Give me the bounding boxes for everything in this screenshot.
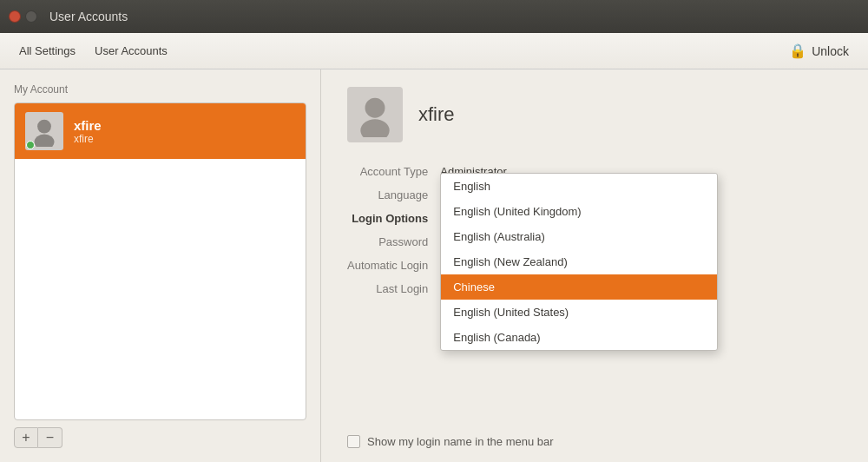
user-accounts-button[interactable]: User Accounts [86, 41, 176, 61]
login-options-label: Login Options [347, 207, 440, 230]
account-type-label: Account Type [347, 160, 440, 183]
close-button[interactable] [9, 10, 21, 23]
dropdown-item-english-au[interactable]: English (Australia) [441, 224, 717, 249]
all-settings-button[interactable]: All Settings [10, 41, 84, 61]
svg-point-0 [37, 120, 51, 134]
language-label: Language [347, 183, 440, 207]
dropdown-item-english-ca[interactable]: English (Canada) [441, 325, 717, 350]
main-content: My Account xfire xfire [0, 69, 868, 462]
add-account-button[interactable]: + [14, 427, 38, 448]
user-header: xfire [347, 87, 842, 142]
svg-point-1 [34, 135, 54, 147]
account-name: xfire [74, 118, 102, 133]
right-panel: xfire Account Type Administrator Languag… [321, 69, 868, 462]
unlock-button[interactable]: 🔒 Unlock [780, 39, 858, 63]
svg-point-3 [360, 119, 389, 137]
panel-actions: + − [14, 427, 306, 448]
user-large-avatar-icon [352, 92, 398, 137]
dropdown-item-english-nz[interactable]: English (New Zealand) [441, 249, 717, 274]
lock-icon: 🔒 [789, 43, 806, 59]
account-info: xfire xfire [74, 118, 102, 145]
language-dropdown-menu[interactable]: English English (United Kingdom) English… [440, 173, 718, 351]
titlebar-title: User Accounts [49, 10, 128, 23]
show-login-name-checkbox[interactable] [347, 435, 360, 448]
toolbar-left: All Settings User Accounts [10, 41, 176, 61]
fields-grid: Account Type Administrator Language Engl… [347, 160, 842, 300]
dropdown-item-chinese[interactable]: Chinese [441, 274, 717, 300]
toolbar: All Settings User Accounts 🔒 Unlock [0, 33, 868, 69]
unlock-label: Unlock [812, 44, 849, 58]
dropdown-item-english[interactable]: English [441, 174, 717, 199]
show-login-name-row: Show my login name in the menu bar [347, 435, 842, 448]
username-display: xfire [418, 103, 455, 126]
minimize-button[interactable] [25, 10, 37, 23]
remove-account-button[interactable]: − [38, 427, 62, 448]
dropdown-item-english-us[interactable]: English (United States) [441, 300, 717, 325]
account-sub: xfire [74, 133, 102, 145]
bottom-section: Show my login name in the menu bar [347, 435, 842, 448]
show-login-name-label: Show my login name in the menu bar [367, 435, 554, 448]
my-account-label: My Account [14, 83, 306, 96]
accounts-list: xfire xfire [14, 102, 306, 420]
automatic-login-label: Automatic Login [347, 254, 440, 277]
last-login-label: Last Login [347, 277, 440, 300]
password-label: Password [347, 230, 440, 254]
dropdown-item-english-uk[interactable]: English (United Kingdom) [441, 199, 717, 224]
svg-point-2 [365, 98, 385, 118]
left-panel: My Account xfire xfire [0, 69, 321, 462]
account-item-xfire[interactable]: xfire xfire [15, 103, 306, 159]
titlebar-buttons [9, 10, 37, 23]
titlebar: User Accounts [0, 0, 868, 33]
user-avatar-large [347, 87, 403, 142]
toolbar-right: 🔒 Unlock [780, 39, 858, 63]
online-indicator [26, 141, 35, 149]
avatar-container [25, 112, 63, 150]
